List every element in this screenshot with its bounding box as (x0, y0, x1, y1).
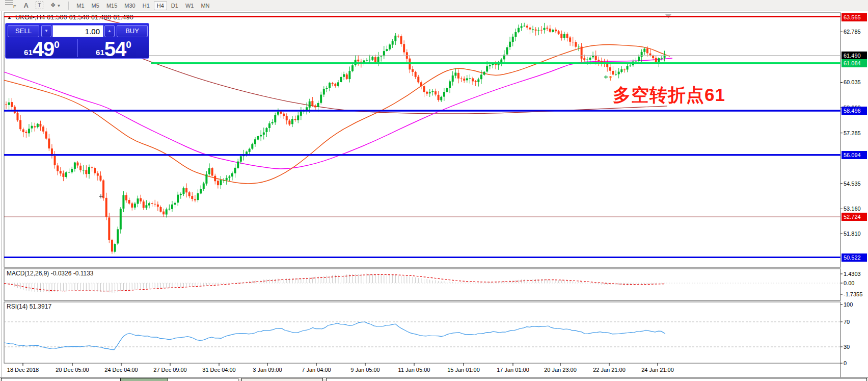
time-axis-label: 24 Jan 21:00 (635, 367, 681, 373)
time-axis-label: 18 Dec 2018 (0, 367, 46, 373)
price-badge: 56.094 (842, 151, 867, 159)
price-tick-label: 62.785 (844, 28, 861, 35)
timeframe-button-h1[interactable]: H1 (140, 1, 153, 10)
price-tick-label: 53.160 (844, 205, 861, 212)
time-axis-label: 20 Jan 23:00 (537, 367, 583, 373)
chart-tab[interactable] (326, 378, 867, 381)
volume-input[interactable] (52, 25, 103, 37)
price-tick-label: 57.285 (844, 130, 861, 137)
time-axis-label: 31 Dec 04:00 (196, 367, 242, 373)
buy-button[interactable]: BUY (117, 25, 148, 37)
price-tick-label: 51.810 (844, 230, 861, 237)
time-axis-label: 3 Jan 09:00 (245, 367, 290, 373)
sell-price[interactable]: 61490 (7, 38, 77, 58)
price-badge: 61.084 (842, 59, 867, 67)
toolbar: F A T ❖▼ M1M5M15M30H1H4D1W1MN (0, 0, 868, 11)
price-badge: 61.490 (842, 52, 867, 60)
buy-price-sup: 0 (126, 39, 131, 50)
timeframe-button-w1[interactable]: W1 (182, 1, 197, 10)
buy-price-big: 54 (104, 38, 126, 60)
time-axis-label: 24 Dec 04:00 (98, 367, 144, 373)
rsi-scale-label: 100 (844, 301, 853, 308)
mt4-chart-window: F A T ❖▼ M1M5M15M30H1H4D1W1MN ▲UKOil-,H4… (0, 0, 868, 381)
timeframe-button-m1[interactable]: M1 (73, 1, 87, 10)
label-tool-icon[interactable]: T (36, 2, 43, 9)
chart-tab[interactable] (241, 378, 323, 381)
sell-price-big: 49 (33, 38, 55, 60)
price-divider (77, 39, 78, 57)
price-badge: 52.724 (842, 213, 867, 221)
rsi-scale-label: 30 (844, 343, 850, 350)
price-badge: 50.522 (842, 253, 867, 262)
macd-scale-label: -1.7355 (844, 291, 862, 298)
chart-annotation: 多空转折点61 (613, 83, 725, 107)
sell-price-prefix: 61 (24, 48, 33, 57)
timeframe-button-mn[interactable]: MN (198, 1, 212, 10)
rsi-scale-label: 70 (844, 318, 850, 325)
macd-scale-label: 1.4303 (844, 270, 861, 277)
time-axis-label: 11 Jan 05:00 (391, 367, 437, 373)
time-axis-label: 22 Jan 21:00 (586, 367, 632, 373)
volume-increase-button[interactable]: ▲ (104, 25, 115, 37)
one-click-trade-panel: SELL ▼ ▲ BUY 61490 61540 (5, 23, 149, 59)
timeframe-button-m15[interactable]: M15 (103, 1, 120, 10)
timeframe-button-h4[interactable]: H4 (154, 1, 167, 10)
time-axis-label: 17 Jan 01:00 (490, 367, 536, 373)
price-tick-label: 54.535 (844, 180, 861, 187)
time-axis-label: 27 Dec 09:00 (147, 367, 193, 373)
resistance-line-63565[interactable] (4, 16, 840, 17)
time-axis-label: 7 Jan 04:00 (293, 367, 339, 373)
macd-scale-label: 0.00 (844, 280, 854, 287)
time-axis-label: 15 Jan 01:00 (441, 367, 486, 373)
price-badge: 58.496 (842, 107, 867, 115)
sell-price-sup: 0 (54, 39, 60, 50)
volume-decrease-button[interactable]: ▼ (41, 25, 51, 37)
chart-tab-active[interactable] (120, 378, 168, 381)
price-badge: 63.565 (842, 13, 867, 21)
bottom-tabs-strip (0, 378, 868, 381)
chevron-down-icon: ▼ (57, 4, 61, 8)
fibonacci-tool-icon[interactable]: F (5, 0, 17, 12)
text-tool-icon[interactable]: A (24, 1, 29, 11)
buy-price[interactable]: 61540 (78, 38, 149, 58)
timeframe-buttons: M1M5M15M30H1H4D1W1MN (73, 1, 213, 10)
toolbar-separator (68, 2, 69, 10)
time-axis-label: 9 Jan 05:00 (342, 367, 388, 373)
shapes-tool-icon[interactable]: ❖▼ (50, 0, 61, 11)
sell-button[interactable]: SELL (8, 25, 39, 37)
rsi-scale-label: 0 (844, 360, 847, 367)
macd-header: MACD(12,26,9) -0.0326 -0.1133 (7, 270, 94, 277)
price-tick-label: 60.035 (844, 79, 861, 86)
time-axis-label: 20 Dec 05:00 (49, 367, 95, 373)
buy-price-prefix: 61 (96, 48, 104, 57)
timeframe-button-m30[interactable]: M30 (121, 1, 138, 10)
timeframe-button-d1[interactable]: D1 (168, 1, 181, 10)
timeframe-button-m5[interactable]: M5 (89, 1, 102, 10)
rsi-header: RSI(14) 51.3917 (7, 303, 51, 310)
chart-tab[interactable] (1, 378, 238, 381)
